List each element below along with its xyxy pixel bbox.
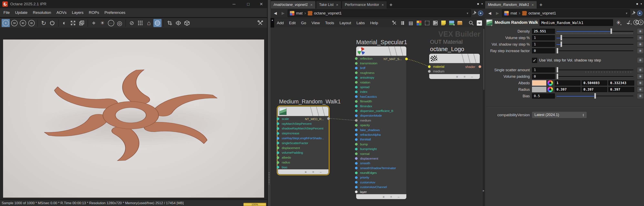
input-connector-icon[interactable]	[355, 152, 358, 155]
render-viewport[interactable]	[3, 39, 264, 198]
input-connector-icon[interactable]	[355, 71, 358, 74]
node-param-row[interactable]: brdf	[356, 66, 406, 70]
input-connector-icon[interactable]	[355, 62, 358, 65]
pin-icon[interactable]	[472, 10, 477, 16]
input-connector-icon[interactable]	[276, 151, 279, 154]
focus-pick-icon[interactable]: ⌖	[90, 19, 98, 27]
pane-menu-arrow-icon[interactable]: ▼	[640, 3, 642, 5]
render-passes-icon[interactable]: …	[107, 19, 115, 27]
gallery-box-icon[interactable]	[456, 19, 463, 26]
output-connector-icon[interactable]	[478, 65, 481, 68]
link-target-icon[interactable]	[637, 10, 642, 16]
tab-close-icon[interactable]: ×	[310, 3, 312, 7]
select-spinner-icon[interactable]: ▲▼	[582, 113, 584, 117]
visibility-icon[interactable]	[476, 19, 483, 26]
node-input-row[interactable]: medium	[429, 69, 480, 74]
node-param-row[interactable]: anisotropy	[356, 75, 406, 80]
node-param-row[interactable]: albedo	[278, 155, 328, 160]
node-param-row[interactable]: smooth	[356, 161, 406, 166]
node-param-row[interactable]: thinWall	[356, 137, 406, 142]
skip-to-start-icon[interactable]	[10, 19, 18, 27]
node-param-row[interactable]: medium	[356, 118, 406, 123]
pane-splitter[interactable]	[268, 0, 270, 206]
network-menu-item[interactable]: Add	[274, 21, 286, 25]
node-param-row[interactable]: bumpHeight	[356, 147, 406, 151]
octane-menu-item[interactable]: Preferences	[102, 10, 128, 15]
presets-ladle-icon[interactable]: ▼	[626, 20, 632, 25]
node-param-row[interactable]: filmindex	[356, 104, 406, 108]
octane-menu-item[interactable]: Update	[12, 10, 30, 15]
lod-full-icon[interactable]: ≡	[456, 75, 458, 78]
node-out-material[interactable]: material medium shader ≡=–	[429, 54, 480, 79]
vol-shadow-slider[interactable]	[556, 42, 634, 47]
node-param-row[interactable]: customAov	[356, 180, 406, 185]
volume-step-slider[interactable]	[556, 35, 634, 40]
albedo-g-field[interactable]: 0.504693	[582, 80, 607, 86]
network-overview-icon[interactable]	[432, 19, 439, 26]
camera-view-icon[interactable]	[174, 19, 182, 27]
subsample-icon[interactable]	[154, 19, 162, 27]
breadcrumb-root[interactable]: mat	[510, 11, 517, 15]
input-connector-icon[interactable]	[428, 70, 431, 73]
breadcrumb-dropdown-icon[interactable]: ▼	[625, 12, 628, 15]
input-connector-icon[interactable]	[355, 109, 358, 112]
node-param-row[interactable]: index	[356, 90, 406, 94]
node-param-row[interactable]: dispersionMode	[356, 113, 406, 118]
tab-close-icon[interactable]: ×	[336, 3, 338, 7]
node-medium-random-walk1[interactable]: scale rayMarchStepPercent shadowRayMarch…	[278, 107, 328, 174]
octane-menu-item[interactable]: AOVs	[54, 10, 69, 15]
maximize-icon[interactable]: □	[242, 0, 254, 8]
input-connector-icon[interactable]	[355, 133, 358, 136]
input-connector-icon[interactable]	[276, 127, 279, 130]
lod-minimal-icon[interactable]: –	[398, 195, 400, 199]
lod-medium-icon[interactable]: =	[312, 170, 314, 174]
input-connector-icon[interactable]	[355, 67, 358, 69]
input-connector-icon[interactable]	[355, 172, 358, 174]
node-param-row[interactable]: roundEdges	[356, 170, 406, 175]
gear-icon[interactable]: ✳	[637, 29, 644, 34]
find-icon[interactable]	[468, 19, 475, 26]
volume-step-field[interactable]: 1	[532, 35, 555, 40]
gear-icon[interactable]: ✳	[637, 42, 644, 47]
network-menu-item[interactable]: Layout	[337, 21, 354, 25]
network-menu-item[interactable]: View	[309, 21, 322, 25]
back-arrow-icon[interactable]: ◄	[486, 10, 493, 16]
breadcrumb-dropdown-icon[interactable]: ▼	[466, 12, 469, 15]
node-param-row[interactable]: filmwidth	[356, 99, 406, 104]
octane-menu-item[interactable]: ROPs	[86, 10, 102, 15]
node-param-row[interactable]: volumePadding	[278, 150, 328, 155]
minimize-icon[interactable]: ─	[228, 0, 240, 8]
input-connector-icon[interactable]	[355, 100, 358, 103]
contrast-icon[interactable]: ◐	[60, 19, 68, 27]
new-tab-button[interactable]: +	[537, 1, 545, 8]
lod-medium-icon[interactable]: =	[464, 75, 466, 78]
target-icon[interactable]: ◎	[116, 19, 124, 27]
input-connector-icon[interactable]	[355, 119, 358, 122]
input-connector-icon[interactable]	[276, 137, 279, 140]
radius-color-swatch[interactable]	[532, 87, 546, 92]
ray-step-field[interactable]: 0	[532, 48, 555, 53]
tab-network-path[interactable]: /mat/octane_vopnet1×	[270, 1, 316, 8]
input-connector-icon[interactable]	[355, 76, 358, 79]
pane-layout-icon[interactable]: ■	[477, 2, 479, 5]
pin-icon[interactable]	[631, 10, 636, 16]
octane-menu-item[interactable]: File	[1, 10, 12, 15]
node-param-row[interactable]: refractionAlpha	[356, 132, 406, 137]
list-icon[interactable]: ▤	[407, 19, 414, 26]
pixel-grid-icon[interactable]	[136, 19, 144, 27]
node-param-row[interactable]: radius	[278, 160, 328, 165]
node-param-row[interactable]: layer	[356, 190, 406, 194]
lod-full-icon[interactable]: ≡	[383, 195, 384, 199]
slider-handle[interactable]	[556, 48, 558, 54]
refresh-icon[interactable]: ↻	[40, 19, 48, 27]
pane-collapse-icon[interactable]: ▲	[270, 18, 274, 28]
node-footer[interactable]: ≡=–	[356, 194, 406, 199]
single-scatter-field[interactable]: 1	[532, 67, 555, 73]
octane-menu-item[interactable]: Layers	[69, 10, 86, 15]
albedo-color-swatch[interactable]	[532, 80, 546, 86]
power-icon[interactable]	[48, 19, 56, 27]
input-connector-icon[interactable]	[276, 147, 279, 149]
node-param-row[interactable]: displacement	[356, 156, 406, 161]
albedo-r-field[interactable]: 1	[555, 80, 580, 86]
input-connector-icon[interactable]	[355, 57, 358, 60]
